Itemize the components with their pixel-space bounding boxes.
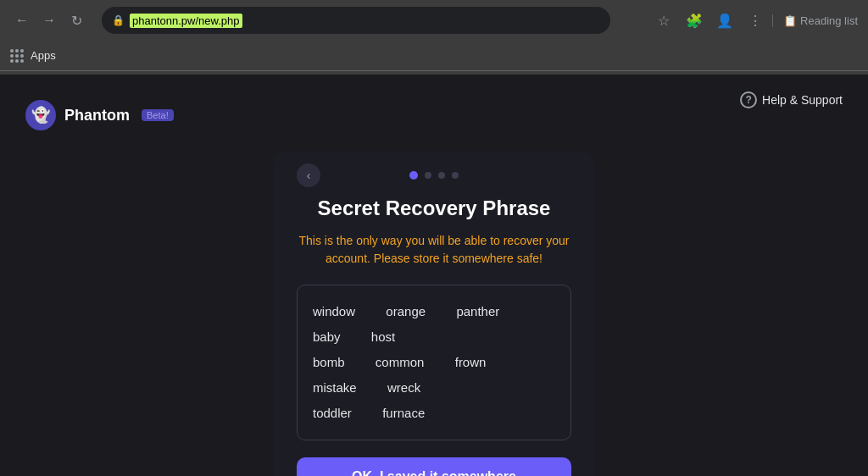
apps-label: Apps [31, 49, 56, 62]
dot-1 [409, 171, 418, 180]
nav-buttons: ← → ↻ [10, 8, 88, 32]
address-bar[interactable]: 🔒 phantonn.pw/new.php [102, 7, 610, 34]
lock-icon: 🔒 [112, 14, 125, 26]
dot-4 [452, 172, 459, 179]
card-nav: ‹ [297, 171, 571, 180]
help-support-button[interactable]: ? Help & Support [740, 91, 843, 108]
reading-list-side: 📋 Reading list [772, 14, 858, 27]
reading-list-icon: 📋 [783, 14, 797, 27]
extensions-button[interactable]: 🧩 [681, 7, 708, 34]
forward-button[interactable]: → [37, 8, 61, 32]
browser-chrome: ← → ↻ 🔒 phantonn.pw/new.php ☆ 🧩 👤 ⋮ 📋 Re… [0, 0, 868, 75]
phantom-icon: 👻 [25, 100, 56, 130]
main-card: ‹ Secret Recovery Phrase This is the onl… [273, 151, 595, 476]
reload-button[interactable]: ↻ [64, 8, 88, 32]
browser-toolbar: ← → ↻ 🔒 phantonn.pw/new.php ☆ 🧩 👤 ⋮ 📋 Re… [0, 0, 868, 41]
dot-3 [438, 172, 445, 179]
bookmark-button[interactable]: ☆ [650, 7, 677, 34]
page-content: 👻 Phantom Beta! ? Help & Support ‹ Secre… [0, 75, 868, 476]
toolbar-right: ☆ 🧩 👤 ⋮ 📋 Reading list [650, 7, 858, 34]
ok-saved-button[interactable]: OK, I saved it somewhere [297, 457, 571, 476]
dot-2 [425, 172, 431, 179]
apps-bar: Apps [0, 41, 868, 71]
help-support-label: Help & Support [762, 93, 843, 107]
back-button[interactable]: ← [10, 8, 34, 32]
ghost-icon: 👻 [31, 106, 50, 125]
apps-grid-icon [10, 49, 24, 63]
progress-dots [409, 171, 459, 180]
reading-list-label: Reading list [800, 14, 858, 27]
beta-badge: Beta! [142, 109, 174, 121]
help-icon: ? [740, 91, 757, 108]
card-back-button[interactable]: ‹ [297, 163, 320, 187]
url-text: phantonn.pw/new.php [130, 14, 242, 28]
more-button[interactable]: ⋮ [742, 7, 769, 34]
phantom-logo: 👻 Phantom Beta! [25, 100, 174, 130]
phantom-name: Phantom [64, 107, 130, 125]
card-title: Secret Recovery Phrase [297, 196, 571, 220]
phrase-box: window orange panther baby host bomb com… [297, 285, 571, 440]
account-button[interactable]: 👤 [711, 7, 738, 34]
recovery-phrase: window orange panther baby host bomb com… [313, 299, 555, 426]
card-subtitle: This is the only way you will be able to… [297, 232, 571, 268]
